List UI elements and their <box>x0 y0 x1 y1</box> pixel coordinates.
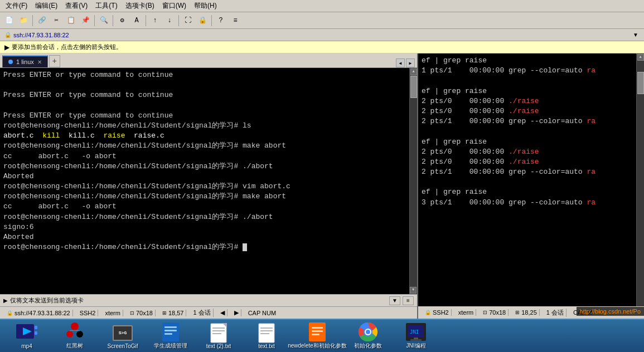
session-dropdown[interactable]: ▼ <box>632 31 640 39</box>
scroll-down[interactable]: ▼ <box>410 287 417 294</box>
rt-line-2: 1 pts/1 00:00:00 grep --color=auto ra <box>422 66 641 76</box>
status-encoding-text: CAP NUM <box>248 310 277 316</box>
toolbar-settings[interactable]: ⚙ <box>115 14 129 27</box>
toolbar-upload[interactable]: ↑ <box>148 14 162 27</box>
right-status-size: ⊡ 70x18 <box>481 309 509 316</box>
right-terminal[interactable]: ef | grep raise 1 pts/1 00:00:00 grep --… <box>418 53 644 306</box>
taskbar-grades-label: 学生成绩管理 <box>154 342 187 350</box>
tab-close[interactable]: ✕ <box>37 59 42 65</box>
menu-tabs[interactable]: 选项卡(B) <box>122 0 158 12</box>
menu-edit[interactable]: 编辑(E) <box>32 0 61 12</box>
red-tree-icon <box>64 322 86 342</box>
svg-point-29 <box>366 330 370 334</box>
scroll-up[interactable]: ▲ <box>410 69 417 75</box>
text-icon <box>207 323 230 343</box>
toolbar-connect[interactable]: 🔗 <box>35 14 49 27</box>
taskbar-text-label: text.txt <box>258 343 274 349</box>
terminal-line-5: Press ENTER or type command to continue <box>3 111 414 121</box>
toolbar-lock[interactable]: 🔒 <box>196 14 209 27</box>
right-lock: 🔒 <box>425 310 431 315</box>
toolbar-search[interactable]: 🔍 <box>97 14 110 27</box>
toolbar-open[interactable]: 📁 <box>17 14 30 27</box>
svg-rect-25 <box>312 334 319 335</box>
left-scrollbar[interactable]: ▲ ▼ <box>409 68 417 294</box>
tab-next[interactable]: ▶ <box>406 58 415 67</box>
toolbar-sep1 <box>32 15 33 26</box>
status-sessions: 1 会话 <box>191 309 213 317</box>
toolbar-extra[interactable]: ≡ <box>229 14 242 27</box>
tab-add[interactable]: + <box>49 55 60 67</box>
status-ssh-url: 🔒 ssh://47.93.31.88:22 <box>4 310 73 316</box>
toolbar-new[interactable]: 📄 <box>2 14 16 27</box>
screen-gif-inner: S>G <box>113 325 133 341</box>
svg-rect-10 <box>164 326 177 328</box>
menu-file[interactable]: 文件(F) <box>2 0 31 12</box>
toolbar-copy[interactable]: 📋 <box>64 14 78 27</box>
svg-rect-3 <box>35 331 37 335</box>
toolbar-download[interactable]: ↓ <box>163 14 176 27</box>
status-encoding: CAP NUM <box>246 310 279 316</box>
toolbar-fullscreen[interactable]: ⛶ <box>181 14 195 27</box>
toolbar-help[interactable]: ? <box>214 14 227 27</box>
taskbar-jni[interactable]: JNI JNI编程 <box>394 320 438 352</box>
terminal-line-10: root@chensong-chenli:/home/chenli/Studen… <box>3 162 414 172</box>
arrow-icon: ▶ <box>4 43 9 51</box>
svg-rect-12 <box>164 333 172 335</box>
tab-dot <box>8 60 13 64</box>
status-pos-text: 18,57 <box>168 310 184 316</box>
rt-line-15: 3 pts/1 00:00:00 grep --color=auto ra <box>422 198 641 208</box>
rt-line-4: ef | grep raise <box>422 86 641 96</box>
rt-line-13 <box>422 177 641 187</box>
send-menu-btn[interactable]: ▼ <box>389 296 400 305</box>
taskbar-chrome1[interactable]: 初始化参数 <box>346 320 390 352</box>
status-pos-icon: ⊞ <box>162 310 167 316</box>
taskbar-redtree[interactable]: 红黑树 <box>52 320 97 352</box>
terminal-line-2 <box>3 80 414 90</box>
rt-line-6: 2 pts/0 00:00:00 ./raise <box>422 106 641 116</box>
tab-bar: 1 linux ✕ + ◀ ▶ <box>0 53 417 68</box>
send-label: 仅将文本发送到当前选项卡 <box>10 296 84 305</box>
rt-line-14: ef | grep raise <box>422 187 641 197</box>
terminal-line-17: Aborted <box>3 232 414 242</box>
menu-window[interactable]: 窗口(W) <box>159 0 190 12</box>
toolbar-cut[interactable]: ✂ <box>50 14 63 27</box>
menu-view[interactable]: 查看(V) <box>62 0 91 12</box>
right-scrollbar[interactable]: ▲ <box>636 53 644 306</box>
terminal-line-11: Aborted <box>3 172 414 182</box>
tab-prev[interactable]: ◀ <box>396 58 405 67</box>
toolbar-font[interactable]: A <box>130 14 143 27</box>
rt-line-10: 2 pts/0 00:00:00 ./raise <box>422 147 641 157</box>
taskbar-newdelete[interactable]: newdelete和初始化参数 <box>292 320 342 352</box>
toolbar: 📄 📁 🔗 ✂ 📋 📌 🔍 ⚙ A ↑ ↓ ⛶ 🔒 ? ≡ <box>0 12 644 29</box>
menu-tools[interactable]: 工具(T) <box>92 0 120 12</box>
terminal-line-15: root@chensong-chenli:/home/chenli/Studen… <box>3 212 414 222</box>
taskbar-text2[interactable]: text (2).txt <box>196 321 241 351</box>
status-size-icon: ⊡ <box>130 310 134 316</box>
left-terminal[interactable]: Press ENTER or type command to continue … <box>0 68 417 294</box>
right-scroll-up[interactable]: ▲ <box>637 54 644 61</box>
taskbar-grades[interactable]: 学生成绩管理 <box>148 320 193 352</box>
send-icon: ▶ <box>3 297 8 304</box>
toolbar-paste[interactable]: 📌 <box>79 14 92 27</box>
chrome-icon <box>357 322 379 342</box>
right-scroll-thumb[interactable] <box>637 72 644 94</box>
taskbar-mp4[interactable]: mp4 <box>4 321 49 351</box>
svg-rect-2 <box>35 326 37 329</box>
scroll-thumb[interactable] <box>410 76 417 98</box>
scroll-right-btn[interactable]: ▶ <box>232 309 241 316</box>
taskbar-screengif[interactable]: S>G ScreenToGif <box>100 321 145 351</box>
scroll-left-btn[interactable]: ◀ <box>218 309 227 316</box>
terminal-line-14: cc abort.c -o abort <box>3 202 414 212</box>
rt-line-9: ef | grep raise <box>422 137 641 147</box>
svg-rect-23 <box>312 327 323 329</box>
status-size-text: 70x18 <box>136 310 153 316</box>
tab-linux[interactable]: 1 linux ✕ <box>2 55 48 67</box>
taskbar-text[interactable]: text.txt <box>244 321 289 351</box>
send-settings-btn[interactable]: ≡ <box>403 296 414 305</box>
menu-bar: 文件(F) 编辑(E) 查看(V) 工具(T) 选项卡(B) 窗口(W) 帮助(… <box>0 0 644 12</box>
terminal-line-9: cc abort.c -o abort <box>3 151 414 162</box>
menu-help[interactable]: 帮助(H) <box>191 0 220 12</box>
svg-rect-24 <box>312 330 323 332</box>
rt-line-12: 2 pts/1 00:00:00 grep --color=auto ra <box>422 167 641 177</box>
svg-point-6 <box>76 331 83 338</box>
